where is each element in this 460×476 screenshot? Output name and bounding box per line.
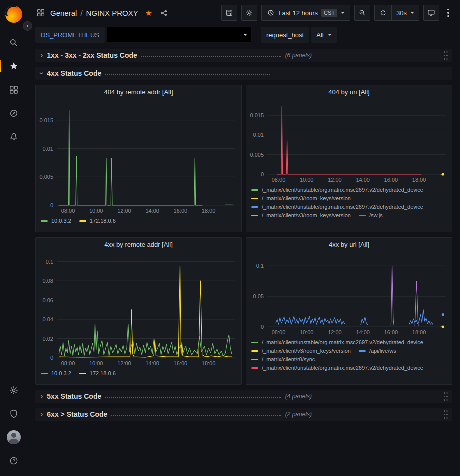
chart-area[interactable]: 00.0050.010.01508:0010:0012:0014:0016:00… (36, 99, 241, 215)
chart-area[interactable]: 00.050.108:0010:0012:0014:0016:0018:00 (246, 252, 452, 337)
svg-text:16:00: 16:00 (174, 208, 188, 214)
svg-text:08:00: 08:00 (272, 177, 286, 183)
zoom-out-button[interactable] (354, 5, 370, 21)
legend-item[interactable]: 172.18.0.6 (79, 370, 116, 376)
dashboard-settings-button[interactable] (241, 5, 257, 21)
sidebar-item-server-admin[interactable] (0, 402, 27, 425)
chevron-down-icon (243, 34, 247, 36)
panel-title[interactable]: 404 by remote addr [All] (36, 85, 241, 99)
legend-item[interactable]: /_matrix/client/v3/room_keys/version (251, 195, 351, 201)
chevron-down-icon (341, 12, 345, 14)
gear-icon (9, 385, 19, 395)
row-header-5xx[interactable]: 5xx Status Code (4 panels) (35, 390, 452, 403)
chart-area[interactable]: 00.020.040.060.080.108:0010:0012:0014:00… (36, 252, 241, 368)
sidebar-item-help[interactable]: ? (0, 449, 27, 472)
chart-canvas[interactable]: 00.050.108:0010:0012:0014:0016:0018:00 (246, 252, 452, 337)
sidebar-item-dashboards[interactable] (0, 78, 27, 101)
legend-swatch-icon (251, 342, 258, 343)
panel-title[interactable]: 4xx by remote addr [All] (36, 238, 241, 252)
request-host-variable-select[interactable]: All (311, 27, 336, 43)
panel-title[interactable]: 404 by uri [All] (246, 85, 452, 99)
row-title: 4xx Status Code (47, 69, 101, 77)
legend-item[interactable]: /_matrix/client/v3/room_keys/version (251, 212, 351, 218)
dashboard-grid-icon[interactable] (36, 8, 45, 17)
legend-item[interactable]: /sw.js (359, 212, 383, 218)
save-dashboard-button[interactable] (221, 5, 237, 21)
navbar-actions: Last 12 hours CST 30s (221, 5, 453, 21)
legend-item[interactable]: 10.0.3.2 (41, 370, 71, 376)
sidebar-item-starred[interactable] (0, 54, 27, 78)
dotted-leader (105, 397, 281, 398)
svg-text:12:00: 12:00 (328, 329, 342, 335)
datasource-variable-select[interactable] (107, 27, 252, 43)
dotted-leader (141, 56, 281, 57)
grafana-logo-icon[interactable] (5, 6, 22, 23)
legend-item[interactable]: 10.0.3.2 (41, 218, 71, 224)
search-icon (9, 38, 19, 48)
share-icon[interactable] (160, 9, 169, 17)
legend-label: /_matrix/client/r0/sync (262, 356, 315, 362)
svg-text:12:00: 12:00 (117, 360, 131, 366)
chart-canvas[interactable]: 00.0050.010.01508:0010:0012:0014:0016:00… (36, 99, 241, 215)
refresh-button[interactable] (375, 5, 391, 20)
svg-text:0.01: 0.01 (43, 146, 53, 152)
row-header-4xx[interactable]: 4xx Status Code (35, 67, 452, 80)
legend-item[interactable]: /_matrix/client/unstable/org.matrix.msc2… (251, 187, 423, 193)
legend-item[interactable]: /_matrix/client/unstable/org.matrix.msc2… (251, 204, 423, 210)
row-drag-handle[interactable] (443, 50, 448, 61)
sidebar-item-search[interactable] (0, 31, 27, 54)
refresh-interval-dropdown[interactable]: 30s (392, 5, 419, 20)
sidebar-item-explore[interactable] (0, 101, 27, 125)
legend: 10.0.3.2172.18.0.6 (36, 368, 241, 384)
legend: /_matrix/client/unstable/org.matrix.msc2… (246, 184, 452, 232)
chart-canvas[interactable]: 00.020.040.060.080.108:0010:0012:0014:00… (36, 252, 241, 368)
sidebar-collapse-button[interactable] (23, 21, 32, 31)
row-header-6xx[interactable]: 6xx > Status Code (2 panels) (35, 408, 452, 421)
chart-canvas[interactable]: 00.0050.010.01508:0010:0012:0014:0016:00… (246, 99, 452, 184)
svg-text:0.05: 0.05 (253, 293, 264, 299)
shield-icon (9, 409, 19, 419)
page-title[interactable]: NGINX PROXY (86, 9, 138, 17)
panel-title[interactable]: 4xx by uri [All] (246, 238, 452, 252)
legend-swatch-icon (251, 198, 258, 199)
svg-text:0: 0 (261, 324, 264, 330)
svg-text:16:00: 16:00 (384, 329, 398, 335)
legend-swatch-icon (79, 373, 86, 374)
row-drag-handle[interactable] (443, 409, 448, 420)
row-header-1xx-3xx-2xx[interactable]: 1xx - 3xx - 2xx Status Code (6 panels) (35, 49, 452, 62)
svg-text:14:00: 14:00 (145, 208, 159, 214)
dotted-leader (111, 415, 281, 416)
chevron-down-icon (40, 69, 43, 77)
chart-area[interactable]: 00.0050.010.01508:0010:0012:0014:0016:00… (246, 99, 452, 184)
zoom-out-icon (358, 9, 366, 17)
refresh-icon (379, 9, 387, 17)
legend-item[interactable]: /_matrix/client/r0/sync (251, 356, 315, 362)
legend-item[interactable]: /api/live/ws (359, 348, 396, 354)
timezone-badge: CST (321, 9, 337, 17)
svg-text:0.1: 0.1 (46, 259, 53, 265)
sidebar-item-alerting[interactable] (0, 125, 27, 148)
legend-item[interactable]: /_matrix/client/unstable/org.matrix.msc2… (251, 365, 423, 371)
time-range-picker[interactable]: Last 12 hours CST (261, 5, 350, 21)
favorite-star-icon[interactable]: ★ (145, 8, 152, 18)
row-drag-handle[interactable] (443, 391, 448, 402)
legend-swatch-icon (79, 220, 86, 222)
star-icon (9, 61, 19, 71)
legend-item[interactable]: /_matrix/client/unstable/org.matrix.msc2… (251, 339, 423, 345)
gear-icon (245, 9, 253, 17)
breadcrumb-section[interactable]: General (50, 9, 77, 17)
sidebar-bottom-group: ? (0, 378, 27, 476)
panel-grid: 404 by remote addr [All] 00.0050.010.015… (35, 85, 452, 385)
legend-label: /_matrix/client/v3/room_keys/version (262, 195, 351, 201)
tv-mode-button[interactable] (423, 5, 439, 21)
sidebar-item-configuration[interactable] (0, 378, 27, 402)
legend-item[interactable]: 172.18.0.6 (79, 218, 116, 224)
bell-icon (9, 132, 19, 142)
legend-label: 10.0.3.2 (51, 370, 71, 376)
chevron-right-icon (40, 51, 43, 59)
legend-item[interactable]: /_matrix/client/v3/room_keys/version (251, 348, 351, 354)
svg-text:18:00: 18:00 (202, 360, 216, 366)
chevron-down-icon (410, 12, 414, 14)
kebab-menu-icon[interactable] (443, 5, 453, 21)
sidebar-item-profile[interactable] (0, 425, 27, 449)
